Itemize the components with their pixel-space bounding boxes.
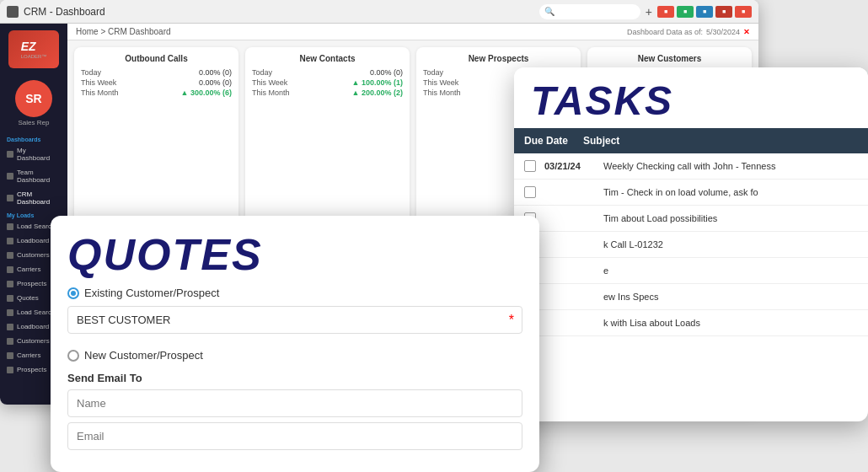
- sidebar-icon: [7, 223, 13, 230]
- metric-label: This Week: [423, 78, 458, 87]
- name-input[interactable]: [67, 389, 522, 417]
- metric-value: 0.00% (0): [199, 68, 232, 77]
- card-title-outbound: Outbound Calls: [81, 54, 232, 63]
- card-title-new-prospects: New Prospects: [423, 54, 574, 63]
- metric-row: This Month ▲ 300.00% (6): [81, 88, 232, 97]
- sidebar-section-dashboards: Dashboards: [0, 133, 67, 143]
- title-bar: CRM - Dashboard 🔍 + ■ ■ ■ ■ ■: [0, 0, 758, 24]
- title-search[interactable]: 🔍: [539, 4, 640, 19]
- metric-row: Today 0.00% (0): [81, 68, 232, 77]
- tb-btn-red[interactable]: ■: [657, 6, 674, 18]
- search-icon: 🔍: [544, 7, 555, 16]
- customer-search-input[interactable]: [67, 306, 522, 334]
- metric-label: This Week: [252, 78, 287, 87]
- breadcrumb-bar: Home > CRM Dashboard Dashboard Data as o…: [67, 24, 758, 40]
- metric-row: This Week ▲ 100.00% (1): [252, 78, 403, 87]
- close-icon[interactable]: ✕: [743, 28, 750, 36]
- tb-btn-dark[interactable]: ■: [715, 6, 732, 18]
- logo-text: EZ: [21, 40, 47, 52]
- breadcrumb: Home > CRM Dashboard: [76, 27, 171, 36]
- window-icon: [7, 6, 19, 18]
- tasks-title: TASKS: [531, 81, 851, 121]
- task-checkbox[interactable]: [524, 160, 536, 172]
- task-item: 03/21/24 Weekly Checking call with John …: [514, 153, 868, 180]
- task-subject: Weekly Checking call with John - Tenness: [603, 161, 858, 171]
- logo-sub: LOADER™: [21, 54, 47, 59]
- metric-label: Today: [81, 68, 101, 77]
- sidebar-icon: [7, 295, 13, 302]
- metric-label: This Month: [423, 88, 461, 97]
- send-email-label: Send Email To: [67, 372, 522, 384]
- tasks-header: TASKS: [514, 67, 868, 128]
- sidebar-item-team-dashboard[interactable]: Team Dashboard: [0, 165, 67, 187]
- metric-value-up: ▲ 300.00% (6): [181, 88, 232, 97]
- metric-label: This Month: [81, 88, 119, 97]
- radio-label-new: New Customer/Prospect: [84, 349, 203, 362]
- email-input[interactable]: [67, 422, 522, 450]
- metric-value: 0.00% (0): [370, 68, 403, 77]
- avatar-label: Sales Rep: [19, 119, 50, 126]
- task-subject: Tim - Check in on load volume, ask fo: [603, 187, 858, 197]
- card-outbound-calls: Outbound Calls Today 0.00% (0) This Week…: [74, 47, 238, 244]
- metric-label: Today: [423, 68, 443, 77]
- radio-new[interactable]: New Customer/Prospect: [67, 349, 522, 362]
- dashboard-date: 5/30/2024: [706, 28, 740, 36]
- task-item: k with Lisa about Loads: [514, 310, 868, 336]
- avatar: SR: [15, 80, 52, 117]
- sidebar-icon: [7, 252, 13, 259]
- sidebar-icon: [7, 352, 13, 359]
- sidebar-icon: [7, 367, 13, 373]
- task-checkbox[interactable]: [524, 186, 536, 198]
- sidebar-icon: [7, 281, 13, 287]
- quotes-title: QUOTES: [67, 233, 522, 276]
- metric-row: This Month ▲ 200.00% (2): [252, 88, 403, 97]
- card-title-new-customers: New Customers: [594, 54, 745, 63]
- sidebar-icon: [7, 173, 13, 180]
- task-subject: e: [603, 266, 858, 276]
- metric-label: This Week: [81, 78, 116, 87]
- metric-value-up: ▲ 100.00% (1): [352, 78, 403, 87]
- radio-existing[interactable]: Existing Customer/Prospect: [67, 287, 522, 299]
- metric-value-up: ▲ 200.00% (2): [352, 88, 403, 97]
- radio-label-existing: Existing Customer/Prospect: [84, 287, 219, 299]
- metric-label: This Month: [252, 88, 290, 97]
- th-subject: Subject: [583, 135, 858, 147]
- sidebar-icon: [7, 324, 13, 330]
- tb-btn-red2[interactable]: ■: [735, 6, 752, 18]
- task-date: 03/21/24: [544, 161, 603, 171]
- task-subject: k Call L-01232: [603, 239, 858, 249]
- tb-btn-green[interactable]: ■: [677, 6, 694, 18]
- sidebar-icon: [7, 266, 13, 273]
- metric-row: This Week 0.00% (0): [81, 78, 232, 87]
- radio-dot-new: [67, 350, 79, 362]
- window-title: CRM - Dashboard: [24, 6, 534, 18]
- metric-value: 0.00% (0): [199, 78, 232, 87]
- sidebar-logo: EZ LOADER™: [8, 30, 59, 68]
- metric-label: Today: [252, 68, 272, 77]
- radio-dot-existing: [67, 287, 79, 299]
- sidebar-icon: [7, 195, 13, 201]
- task-item: Tim about Load possibilities: [514, 206, 868, 232]
- task-item: ew Ins Specs: [514, 284, 868, 310]
- quotes-panel: QUOTES Existing Customer/Prospect * New …: [51, 216, 539, 472]
- required-star: *: [509, 313, 514, 328]
- sidebar-icon: [7, 338, 13, 345]
- sidebar-item-crm-dashboard[interactable]: CRM Dashboard: [0, 187, 67, 209]
- plus-icon[interactable]: +: [646, 5, 652, 19]
- task-subject: Tim about Load possibilities: [603, 213, 858, 223]
- tb-btn-blue[interactable]: ■: [696, 6, 713, 18]
- card-new-contacts: New Contacts Today 0.00% (0) This Week ▲…: [245, 47, 410, 244]
- sidebar-item-my-dashboard[interactable]: My Dashboard: [0, 143, 67, 165]
- tasks-list: 03/21/24 Weekly Checking call with John …: [514, 153, 868, 336]
- sidebar-icon: [7, 309, 13, 316]
- tasks-table-header: Due Date Subject: [514, 128, 868, 153]
- sidebar-icon: [7, 151, 13, 158]
- task-item: k Call L-01232: [514, 232, 868, 258]
- task-subject: ew Ins Specs: [603, 292, 858, 302]
- task-item: Tim - Check in on load volume, ask fo: [514, 180, 868, 206]
- radio-group: Existing Customer/Prospect * New Custome…: [67, 287, 522, 362]
- th-due-date: Due Date: [524, 135, 583, 147]
- card-title-new-contacts: New Contacts: [252, 54, 403, 63]
- metric-row: Today 0.00% (0): [252, 68, 403, 77]
- customer-search-wrapper: *: [67, 306, 522, 334]
